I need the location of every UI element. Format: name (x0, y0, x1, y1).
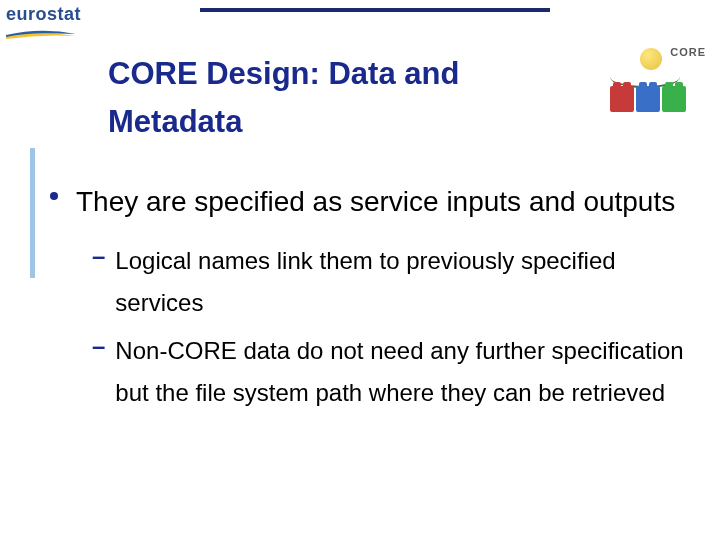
bullet-text: Non-CORE data do not need any further sp… (115, 330, 690, 414)
eurostat-logo: eurostat (6, 4, 106, 36)
header-divider (200, 8, 550, 12)
eurostat-swoosh-icon (6, 29, 76, 39)
bullet-text: They are specified as service inputs and… (76, 178, 675, 226)
slide-content: They are specified as service inputs and… (50, 178, 690, 420)
bullet-dash-icon: – (92, 242, 105, 270)
core-logo: CORE (606, 46, 706, 126)
bullet-level2: – Logical names link them to previously … (92, 240, 690, 324)
core-logo-label: CORE (670, 46, 706, 58)
eurostat-logo-text: eurostat (6, 4, 106, 25)
bullet-text: Logical names link them to previously sp… (115, 240, 690, 324)
left-accent-bar (30, 148, 35, 278)
bullet-level1: They are specified as service inputs and… (50, 178, 690, 226)
slide-title: CORE Design: Data and Metadata (108, 50, 578, 146)
bullet-dash-icon: – (92, 332, 105, 360)
core-bricks-icon (610, 86, 686, 112)
bullet-dot-icon (50, 192, 58, 200)
bullet-level2: – Non-CORE data do not need any further … (92, 330, 690, 414)
